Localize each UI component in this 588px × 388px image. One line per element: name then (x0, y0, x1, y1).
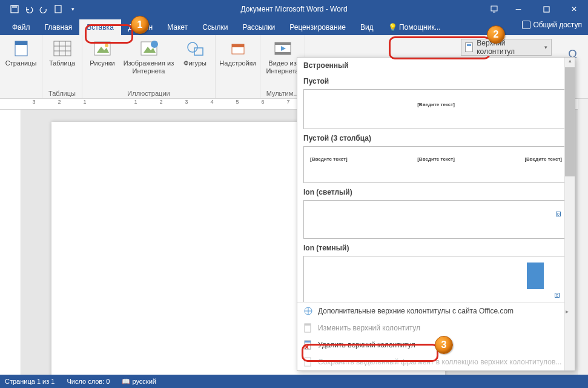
save-icon[interactable] (7, 2, 22, 16)
globe-icon (303, 306, 313, 316)
gallery-item-title: Пустой (303, 77, 569, 85)
gallery-edit-header[interactable]: Изменить верхний колонтитул (297, 319, 575, 336)
highlight-3 (302, 344, 438, 362)
svg-rect-23 (275, 42, 291, 45)
gallery-item-ion-dark[interactable]: 0 (303, 256, 569, 302)
header-gallery: Встроенный Пустой [Введите текст] Пустой… (297, 57, 575, 371)
chevron-down-icon: ▾ (544, 44, 547, 50)
window-title: Документ Microsoft Word - Word (240, 5, 347, 13)
vertical-ruler[interactable] (0, 110, 21, 388)
tab-review[interactable]: Рецензирование (282, 19, 353, 35)
svg-rect-28 (305, 324, 311, 326)
maximize-icon[interactable] (532, 0, 560, 18)
ribbon-options-icon[interactable] (484, 0, 504, 18)
redo-icon[interactable] (36, 2, 51, 16)
title-bar: ▾ Документ Microsoft Word - Word ─ ✕ (0, 0, 588, 18)
online-video-button[interactable]: Видео из Интернета (264, 38, 302, 76)
tab-view[interactable]: Вид (353, 19, 381, 35)
window-controls: ─ ✕ (484, 0, 588, 18)
close-icon[interactable]: ✕ (560, 0, 588, 18)
status-page[interactable]: Страница 1 из 1 (5, 378, 55, 385)
callout-badge-3: 3 (435, 336, 453, 354)
edit-header-icon (303, 323, 313, 333)
gallery-more-office[interactable]: Дополнительные верхние колонтитулы с сай… (297, 303, 575, 319)
svg-point-14 (105, 44, 108, 47)
tab-mailings[interactable]: Рассылки (235, 19, 282, 35)
tab-home[interactable]: Главная (38, 19, 80, 35)
status-lang[interactable]: 📖 русский (122, 378, 156, 386)
svg-point-17 (151, 41, 158, 48)
svg-point-18 (188, 42, 197, 52)
header-dropdown-button[interactable]: Верхний колонтитул ▾ (461, 39, 552, 56)
svg-rect-2 (55, 5, 61, 13)
gallery-item-title: Ion (темный) (303, 244, 569, 252)
pages-button[interactable]: Страницы (3, 38, 39, 69)
vertical-scrollbar[interactable] (578, 99, 588, 375)
status-bar: Страница 1 из 1 Число слов: 0 📖 русский (0, 375, 588, 388)
callout-badge-1: 1 (131, 16, 149, 34)
highlight-1 (85, 24, 133, 44)
tab-file[interactable]: Файл (5, 19, 38, 35)
gallery-section-label: Встроенный (297, 58, 575, 72)
callout-badge-2: 2 (487, 25, 505, 44)
shapes-button[interactable]: Фигуры (180, 38, 210, 69)
svg-rect-3 (491, 6, 497, 11)
svg-rect-4 (544, 7, 549, 12)
svg-rect-30 (305, 341, 311, 343)
tab-help[interactable]: 💡 Помощник... (381, 19, 448, 35)
svg-rect-24 (275, 52, 291, 55)
quick-access-toolbar: ▾ (0, 0, 80, 18)
qat-more-icon[interactable]: ▾ (65, 2, 80, 16)
undo-icon[interactable] (22, 2, 36, 16)
tab-references[interactable]: Ссылки (195, 19, 235, 35)
gallery-item-title: Пустой (3 столбца) (303, 134, 569, 142)
svg-rect-6 (15, 41, 27, 45)
tab-layout[interactable]: Макет (160, 19, 195, 35)
svg-rect-21 (232, 44, 244, 47)
new-doc-icon[interactable] (51, 2, 65, 16)
gallery-item-title: Ion (светлый) (303, 188, 569, 196)
gallery-item-empty3[interactable]: [Введите текст] [Введите текст] [Введите… (303, 146, 569, 183)
gallery-item-empty[interactable]: [Введите текст] (303, 89, 569, 129)
share-button[interactable]: Общий доступ (522, 21, 582, 29)
gallery-item-ion-light[interactable]: 0 (303, 200, 569, 239)
table-button[interactable]: Таблица (47, 38, 78, 69)
svg-rect-7 (54, 41, 71, 56)
svg-rect-1 (12, 5, 17, 8)
status-words[interactable]: Число слов: 0 (67, 378, 110, 385)
chevron-right-icon: ▸ (566, 308, 569, 315)
page-header-icon (465, 42, 473, 52)
minimize-icon[interactable]: ─ (504, 0, 532, 18)
addins-button[interactable]: Надстройки (217, 38, 258, 69)
